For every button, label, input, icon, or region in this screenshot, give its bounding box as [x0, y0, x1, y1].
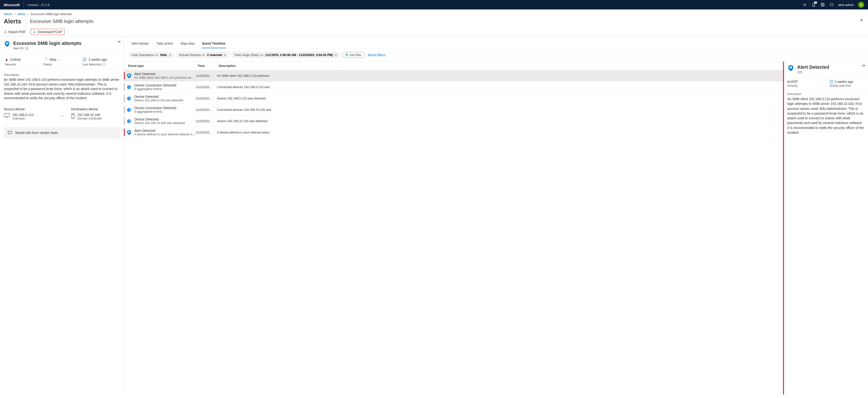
- event-title: Alert Detected: [134, 129, 196, 133]
- svg-point-9: [45, 61, 46, 61]
- breadcrumb-sep: >: [14, 12, 16, 16]
- dest-ip: 192.168.10.100: [77, 113, 102, 117]
- event-row[interactable]: Device Connection Detected3 aggregated e…: [124, 104, 783, 115]
- cube-icon: [126, 107, 132, 113]
- remove-filter-icon[interactable]: ✕: [169, 53, 171, 57]
- shield-icon: [126, 73, 132, 79]
- reset-filters-link[interactable]: Reset filters: [368, 53, 385, 57]
- shield-icon: [4, 40, 10, 47]
- filter-key: User Operations ==: [131, 53, 158, 57]
- close-icon[interactable]: ✕: [860, 18, 863, 23]
- event-title: Alert Detected: [134, 72, 196, 76]
- toolbar: Export PDF Download PCAP: [0, 27, 868, 37]
- cube-icon: [126, 118, 132, 124]
- detection-label: Last detection: [82, 63, 101, 66]
- cube-icon: [126, 84, 132, 90]
- event-title: Device Detected: [134, 95, 196, 98]
- event-row[interactable]: Alert DetectedA device defined in your i…: [124, 127, 783, 138]
- event-row[interactable]: Device DetectedDevice 192.168.10.100 was…: [124, 115, 783, 127]
- event-description: Connected devices 192.168.10.100 and: [217, 108, 780, 112]
- col-time[interactable]: Time: [197, 64, 219, 67]
- download-icon: [33, 30, 36, 33]
- detail-description-label: Description: [787, 92, 865, 96]
- status-dropdown[interactable]: New ⌄: [43, 57, 79, 62]
- tab-take-action[interactable]: Take action: [156, 40, 174, 48]
- source-ip: 192.168.0.110: [12, 113, 33, 117]
- divider: [24, 2, 24, 7]
- shield-icon: [787, 64, 794, 72]
- tabs-row: Alert details Take action Map view Event…: [124, 37, 868, 49]
- cloud-icon[interactable]: [829, 2, 834, 7]
- tenant-label: contoso - 22.2.6: [28, 3, 50, 7]
- tab-map-view[interactable]: Map view: [180, 40, 195, 48]
- filter-time-range[interactable]: Time range (Date) == (1/1/1970, 2:00:00 …: [231, 52, 340, 58]
- filter-user-operations[interactable]: User Operations == Hide ✕: [129, 52, 174, 58]
- event-description: An SMB client 192.168.0.110 performs: [217, 74, 780, 78]
- filter-value: Hide: [160, 53, 167, 57]
- event-description: Device 192.168.10.100 was detected: [217, 119, 780, 123]
- download-pcap-button[interactable]: Download PCAP: [31, 29, 64, 35]
- tab-alert-details[interactable]: Alert details: [131, 40, 149, 48]
- severity-bar: [124, 106, 125, 113]
- breadcrumb-home[interactable]: Home: [4, 12, 12, 16]
- remove-filter-icon[interactable]: ✕: [224, 53, 226, 57]
- svg-rect-4: [7, 44, 7, 45]
- event-subtitle: Device 192.168.0.110 was detected: [134, 98, 196, 102]
- detail-description-text: An SMB client 192.168.0.110 performs exc…: [787, 96, 865, 135]
- svg-rect-24: [790, 66, 791, 68]
- add-filter-button[interactable]: Add filter: [342, 52, 365, 58]
- clock-icon: [82, 57, 87, 62]
- tab-event-timeline[interactable]: Event Timeline: [202, 40, 226, 48]
- source-name: Unknown: [12, 117, 33, 120]
- filters-row: User Operations == Hide ✕ Include Device…: [124, 49, 868, 61]
- svg-point-6: [46, 58, 47, 59]
- event-description: Connected devices 192.168.0.110 and: [217, 85, 780, 89]
- breadcrumb-sep: >: [27, 12, 29, 16]
- breadcrumb: Home > Alerts > Excessive SMB login atte…: [0, 9, 868, 17]
- book-icon[interactable]: [820, 2, 825, 7]
- event-time: 11/22/202...: [196, 74, 217, 78]
- event-detail-panel: Alert Detected 225 ≫ ALERT Severity 2 we…: [783, 62, 868, 394]
- alert-id-label: Alert ID: 21: [13, 47, 82, 50]
- event-time: 11/22/202...: [196, 96, 217, 100]
- avatar[interactable]: A: [858, 2, 864, 8]
- bell-icon[interactable]: 0: [811, 2, 816, 7]
- detail-severity-label: Severity: [787, 84, 823, 87]
- filter-value: 2 selected: [207, 53, 222, 57]
- filter-key: Include Devices ==: [179, 53, 205, 57]
- cube-icon: [126, 96, 132, 101]
- note-text: Needs info from vendor team: [16, 131, 58, 135]
- download-pcap-label: Download PCAP: [37, 30, 62, 34]
- info-icon[interactable]: i: [102, 63, 105, 66]
- expand-panel-icon[interactable]: ≫: [862, 63, 866, 67]
- critical-icon: ▲: [5, 57, 8, 62]
- col-event-type[interactable]: Event type: [127, 64, 197, 67]
- filter-include-devices[interactable]: Include Devices == 2 selected ✕: [176, 52, 229, 58]
- table-header: Event type Time Description: [124, 62, 783, 70]
- export-pdf-button[interactable]: Export PDF: [2, 29, 27, 35]
- download-icon: [4, 30, 7, 33]
- detail-title: Alert Detected: [797, 64, 829, 70]
- alert-status-row: ▲Critical Severity New ⌄ Status 2 weeks …: [4, 54, 120, 69]
- arrow-icon: →: [60, 113, 64, 118]
- breadcrumb-current: Excessive SMB login attempts: [31, 12, 72, 16]
- note-row[interactable]: Needs info from vendor team: [4, 127, 120, 138]
- collapse-panel-icon[interactable]: ≪: [117, 40, 121, 44]
- event-row[interactable]: Device Connection Detected4 aggregated e…: [124, 82, 783, 93]
- col-description[interactable]: Description: [219, 64, 780, 67]
- event-row[interactable]: Alert DetectedAn SMB client 192.168.0.11…: [124, 70, 783, 82]
- event-row[interactable]: Device DetectedDevice 192.168.0.110 was …: [124, 93, 783, 104]
- severity-bar: [124, 129, 125, 136]
- shield-icon: [126, 130, 132, 135]
- svg-rect-19: [129, 76, 129, 76]
- gear-icon[interactable]: [802, 2, 807, 7]
- remove-filter-icon[interactable]: ✕: [335, 53, 337, 57]
- filter-value: (1/1/1970, 2:00:00 AM - 11/22/2022, 3:54…: [265, 53, 333, 57]
- event-title: Device Detected: [134, 117, 196, 121]
- description-label: Description: [4, 73, 120, 77]
- detail-start-value: 2 weeks ago: [835, 80, 854, 84]
- detail-start-label: Activity start time: [830, 84, 865, 87]
- source-device-label: Source device: [4, 107, 53, 111]
- add-filter-label: Add filter: [349, 53, 362, 57]
- breadcrumb-alerts[interactable]: Alerts: [18, 12, 25, 16]
